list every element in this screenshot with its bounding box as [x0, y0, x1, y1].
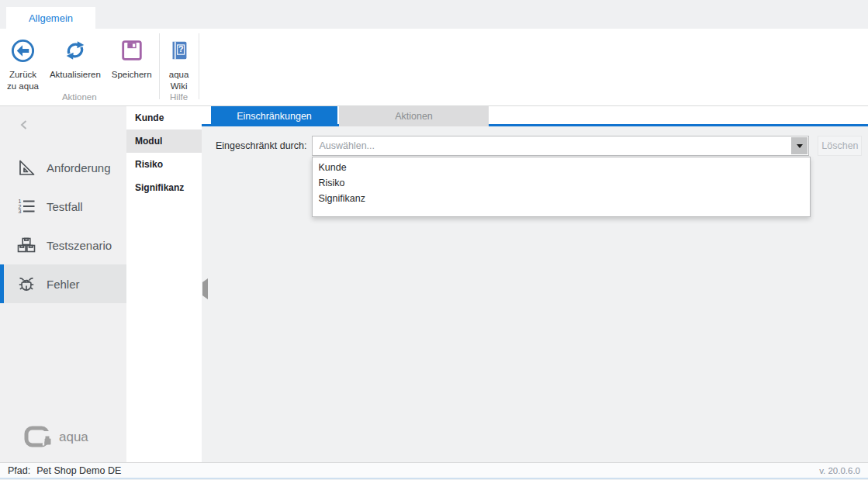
aqua-logo-text: aqua [59, 430, 88, 445]
path-label: Pfad: [8, 465, 30, 476]
tab-einschraenkungen[interactable]: Einschränkungen [211, 106, 337, 126]
ribbon-group-hilfe: ? aqua Wiki Hilfe [161, 29, 197, 105]
bug-icon [16, 274, 36, 294]
help-book-icon: ? [167, 35, 192, 66]
sidebar-item-testszenario[interactable]: Testszenario [0, 226, 126, 264]
dropdown-option-risiko[interactable]: Risiko [313, 175, 810, 191]
chevron-down-icon [797, 144, 803, 148]
sidebar-item-anforderung[interactable]: Anforderung [0, 148, 126, 187]
aqua-logo: aqua [24, 426, 88, 448]
sidebar-item-label: Fehler [47, 278, 80, 291]
sidebar-item-testfall[interactable]: 123 Testfall [0, 187, 126, 226]
refresh-button[interactable]: Aktualisieren [44, 33, 106, 81]
svg-text:3: 3 [19, 209, 22, 214]
numbered-list-icon: 123 [16, 196, 36, 216]
ribbon-separator [199, 33, 199, 99]
statusbar: Pfad: Pet Shop Demo DE v. 20.0.6.0 [0, 462, 868, 479]
app-window: Allgemein Zurück zu aqua [0, 0, 868, 480]
sidebar-item-label: Testfall [47, 200, 83, 213]
subnav-item-kunde[interactable]: Kunde [126, 106, 202, 129]
version-label: v. 20.0.6.0 [819, 466, 860, 475]
back-icon [10, 35, 36, 66]
blocks-icon [16, 235, 36, 255]
path-value: Pet Shop Demo DE [36, 465, 121, 476]
refresh-icon [63, 35, 88, 66]
dropdown-option-signifikanz[interactable]: Signifikanz [313, 191, 810, 206]
subnav-item-signifikanz[interactable]: Signifikanz [126, 176, 202, 199]
tab-aktionen[interactable]: Aktionen [339, 106, 489, 126]
subnav-item-modul[interactable]: Modul [126, 129, 202, 153]
aqua-logo-icon [24, 426, 53, 448]
combobox-dropdown-button[interactable] [791, 137, 807, 154]
restricted-by-combobox[interactable]: Auswählen... Kunde Risiko Signifikanz [312, 136, 809, 156]
delete-button[interactable]: Löschen [818, 136, 862, 156]
content-tabbar: Einschränkungen Aktionen [202, 106, 868, 126]
restricted-by-label: Eingeschränkt durch: [216, 140, 306, 151]
triangle-left-icon [202, 278, 208, 299]
sidebar-item-label: Testszenario [47, 239, 112, 252]
ribbon-group-aktionen: Zurück zu aqua Aktualisieren [2, 29, 157, 105]
save-button-label: Speichern [112, 69, 152, 81]
back-to-aqua-button[interactable]: Zurück zu aqua [2, 33, 44, 92]
save-icon [119, 35, 144, 66]
back-button-label: Zurück zu aqua [7, 69, 39, 92]
svg-text:?: ? [178, 44, 183, 54]
sidebar-collapse-button[interactable] [18, 116, 32, 134]
aqua-wiki-button[interactable]: ? aqua Wiki [161, 33, 197, 92]
ribbon-group-label-hilfe: Hilfe [161, 92, 197, 106]
subnav-panel: Kunde Modul Risiko Signifikanz [126, 106, 202, 462]
ribbon-separator [159, 33, 160, 99]
sidebar-item-label: Anforderung [47, 161, 111, 174]
sidebar: Anforderung 123 Testfall [0, 106, 126, 462]
sidebar-item-fehler[interactable]: Fehler [0, 264, 126, 303]
refresh-button-label: Aktualisieren [50, 69, 101, 81]
combobox-dropdown-panel: Kunde Risiko Signifikanz [312, 157, 811, 217]
aqua-wiki-button-label: aqua Wiki [169, 69, 189, 92]
content-area: Einschränkungen Aktionen Eingeschränkt d… [202, 106, 868, 462]
set-square-icon [16, 157, 36, 178]
dropdown-option-kunde[interactable]: Kunde [313, 160, 810, 175]
save-button[interactable]: Speichern [106, 33, 157, 81]
ribbon: Zurück zu aqua Aktualisieren [0, 29, 868, 106]
ribbon-tab-allgemein[interactable]: Allgemein [6, 7, 95, 29]
combobox-placeholder: Auswählen... [319, 136, 375, 155]
subnav-item-risiko[interactable]: Risiko [126, 153, 202, 176]
ribbon-group-label-aktionen: Aktionen [2, 92, 157, 106]
chevron-left-icon [18, 119, 30, 131]
ribbon-tab-strip: Allgemein [0, 0, 868, 29]
panel-collapse-button[interactable] [202, 282, 209, 292]
